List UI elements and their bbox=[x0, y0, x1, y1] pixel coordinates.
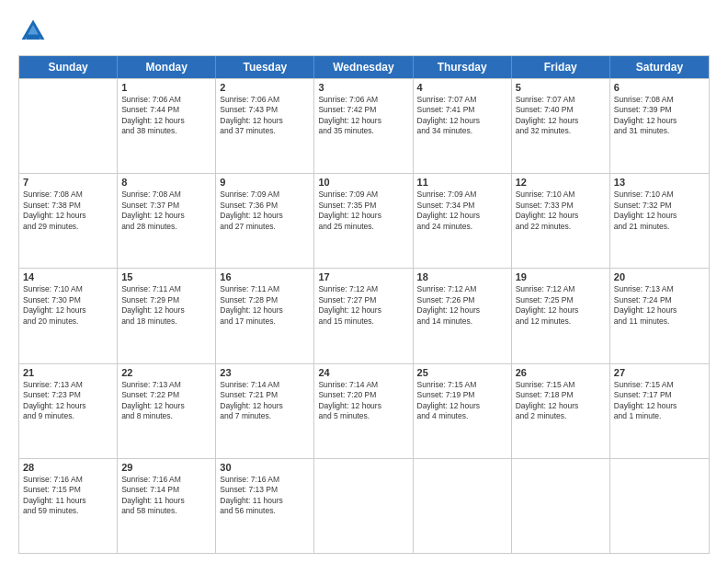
day-number: 30 bbox=[220, 462, 310, 473]
calendar-cell-2-6: 12Sunrise: 7:10 AM Sunset: 7:33 PM Dayli… bbox=[512, 174, 610, 268]
calendar-cell-5-3: 30Sunrise: 7:16 AM Sunset: 7:13 PM Dayli… bbox=[216, 459, 314, 553]
calendar-cell-3-7: 20Sunrise: 7:13 AM Sunset: 7:24 PM Dayli… bbox=[610, 269, 709, 362]
day-info: Sunrise: 7:13 AM Sunset: 7:22 PM Dayligh… bbox=[121, 380, 211, 422]
logo-icon bbox=[18, 17, 48, 46]
day-info: Sunrise: 7:10 AM Sunset: 7:30 PM Dayligh… bbox=[23, 284, 113, 327]
calendar-cell-3-6: 19Sunrise: 7:12 AM Sunset: 7:25 PM Dayli… bbox=[512, 269, 610, 362]
calendar-cell-3-3: 16Sunrise: 7:11 AM Sunset: 7:28 PM Dayli… bbox=[216, 269, 314, 362]
weekday-header-thursday: Thursday bbox=[414, 56, 512, 78]
logo bbox=[18, 17, 51, 46]
day-number: 4 bbox=[417, 82, 507, 93]
day-info: Sunrise: 7:15 AM Sunset: 7:18 PM Dayligh… bbox=[516, 380, 606, 422]
calendar-cell-3-1: 14Sunrise: 7:10 AM Sunset: 7:30 PM Dayli… bbox=[19, 269, 118, 362]
day-number: 19 bbox=[516, 271, 606, 282]
weekday-header-tuesday: Tuesday bbox=[216, 56, 314, 78]
calendar-cell-2-5: 11Sunrise: 7:09 AM Sunset: 7:34 PM Dayli… bbox=[414, 174, 512, 268]
day-info: Sunrise: 7:16 AM Sunset: 7:14 PM Dayligh… bbox=[121, 475, 211, 517]
day-number: 22 bbox=[121, 367, 211, 378]
day-info: Sunrise: 7:09 AM Sunset: 7:34 PM Dayligh… bbox=[417, 190, 507, 232]
day-info: Sunrise: 7:07 AM Sunset: 7:41 PM Dayligh… bbox=[417, 95, 507, 137]
calendar-cell-2-3: 9Sunrise: 7:09 AM Sunset: 7:36 PM Daylig… bbox=[216, 174, 314, 268]
calendar-week-2: 7Sunrise: 7:08 AM Sunset: 7:38 PM Daylig… bbox=[19, 173, 709, 268]
calendar-cell-3-4: 17Sunrise: 7:12 AM Sunset: 7:27 PM Dayli… bbox=[314, 269, 413, 362]
day-number: 7 bbox=[23, 177, 113, 188]
calendar-cell-2-1: 7Sunrise: 7:08 AM Sunset: 7:38 PM Daylig… bbox=[19, 174, 118, 268]
day-number: 9 bbox=[220, 177, 310, 188]
calendar-cell-3-5: 18Sunrise: 7:12 AM Sunset: 7:26 PM Dayli… bbox=[414, 269, 512, 362]
calendar-cell-4-5: 25Sunrise: 7:15 AM Sunset: 7:19 PM Dayli… bbox=[414, 364, 512, 458]
day-number: 17 bbox=[318, 271, 408, 282]
calendar-cell-5-5 bbox=[414, 459, 512, 553]
day-number: 24 bbox=[318, 367, 408, 378]
day-info: Sunrise: 7:11 AM Sunset: 7:29 PM Dayligh… bbox=[121, 284, 211, 327]
day-number: 21 bbox=[23, 367, 113, 378]
day-info: Sunrise: 7:12 AM Sunset: 7:27 PM Dayligh… bbox=[318, 284, 408, 327]
day-number: 11 bbox=[417, 177, 507, 188]
calendar-week-4: 21Sunrise: 7:13 AM Sunset: 7:23 PM Dayli… bbox=[19, 363, 709, 458]
weekday-header-monday: Monday bbox=[118, 56, 216, 78]
calendar-cell-4-4: 24Sunrise: 7:14 AM Sunset: 7:20 PM Dayli… bbox=[314, 364, 413, 458]
calendar-cell-1-5: 4Sunrise: 7:07 AM Sunset: 7:41 PM Daylig… bbox=[414, 79, 512, 173]
day-info: Sunrise: 7:06 AM Sunset: 7:44 PM Dayligh… bbox=[121, 95, 211, 137]
day-info: Sunrise: 7:14 AM Sunset: 7:20 PM Dayligh… bbox=[318, 380, 408, 422]
calendar-header: SundayMondayTuesdayWednesdayThursdayFrid… bbox=[19, 56, 709, 78]
day-info: Sunrise: 7:09 AM Sunset: 7:36 PM Dayligh… bbox=[220, 190, 310, 232]
header bbox=[18, 17, 710, 46]
weekday-header-sunday: Sunday bbox=[19, 56, 118, 78]
day-number: 12 bbox=[516, 177, 606, 188]
day-info: Sunrise: 7:13 AM Sunset: 7:24 PM Dayligh… bbox=[614, 284, 705, 327]
day-info: Sunrise: 7:10 AM Sunset: 7:33 PM Dayligh… bbox=[516, 190, 606, 232]
calendar-cell-4-1: 21Sunrise: 7:13 AM Sunset: 7:23 PM Dayli… bbox=[19, 364, 118, 458]
calendar-cell-4-3: 23Sunrise: 7:14 AM Sunset: 7:21 PM Dayli… bbox=[216, 364, 314, 458]
calendar-cell-1-7: 6Sunrise: 7:08 AM Sunset: 7:39 PM Daylig… bbox=[610, 79, 709, 173]
day-number: 28 bbox=[23, 462, 113, 473]
weekday-header-saturday: Saturday bbox=[610, 56, 709, 78]
calendar-cell-5-7 bbox=[610, 459, 709, 553]
day-number: 23 bbox=[220, 367, 310, 378]
calendar-cell-5-6 bbox=[512, 459, 610, 553]
calendar-cell-1-4: 3Sunrise: 7:06 AM Sunset: 7:42 PM Daylig… bbox=[314, 79, 413, 173]
weekday-header-friday: Friday bbox=[512, 56, 610, 78]
day-number: 18 bbox=[417, 271, 507, 282]
day-info: Sunrise: 7:12 AM Sunset: 7:25 PM Dayligh… bbox=[516, 284, 606, 327]
day-number: 13 bbox=[614, 177, 705, 188]
day-number: 29 bbox=[121, 462, 211, 473]
calendar-cell-2-7: 13Sunrise: 7:10 AM Sunset: 7:32 PM Dayli… bbox=[610, 174, 709, 268]
day-number: 2 bbox=[220, 82, 310, 93]
calendar-cell-3-2: 15Sunrise: 7:11 AM Sunset: 7:29 PM Dayli… bbox=[118, 269, 216, 362]
day-info: Sunrise: 7:10 AM Sunset: 7:32 PM Dayligh… bbox=[614, 190, 705, 232]
calendar-body: 1Sunrise: 7:06 AM Sunset: 7:44 PM Daylig… bbox=[19, 78, 709, 553]
day-number: 15 bbox=[121, 271, 211, 282]
day-info: Sunrise: 7:14 AM Sunset: 7:21 PM Dayligh… bbox=[220, 380, 310, 422]
day-info: Sunrise: 7:12 AM Sunset: 7:26 PM Dayligh… bbox=[417, 284, 507, 327]
day-number: 6 bbox=[614, 82, 705, 93]
day-number: 27 bbox=[614, 367, 705, 378]
day-number: 14 bbox=[23, 271, 113, 282]
calendar-week-3: 14Sunrise: 7:10 AM Sunset: 7:30 PM Dayli… bbox=[19, 268, 709, 362]
calendar-cell-2-4: 10Sunrise: 7:09 AM Sunset: 7:35 PM Dayli… bbox=[314, 174, 413, 268]
weekday-header-wednesday: Wednesday bbox=[314, 56, 413, 78]
day-info: Sunrise: 7:16 AM Sunset: 7:13 PM Dayligh… bbox=[220, 475, 310, 517]
calendar-week-5: 28Sunrise: 7:16 AM Sunset: 7:15 PM Dayli… bbox=[19, 458, 709, 553]
calendar-cell-1-2: 1Sunrise: 7:06 AM Sunset: 7:44 PM Daylig… bbox=[118, 79, 216, 173]
calendar: SundayMondayTuesdayWednesdayThursdayFrid… bbox=[18, 55, 710, 554]
day-info: Sunrise: 7:08 AM Sunset: 7:39 PM Dayligh… bbox=[614, 95, 705, 137]
calendar-cell-5-1: 28Sunrise: 7:16 AM Sunset: 7:15 PM Dayli… bbox=[19, 459, 118, 553]
page: SundayMondayTuesdayWednesdayThursdayFrid… bbox=[0, 0, 728, 563]
calendar-cell-4-2: 22Sunrise: 7:13 AM Sunset: 7:22 PM Dayli… bbox=[118, 364, 216, 458]
day-info: Sunrise: 7:16 AM Sunset: 7:15 PM Dayligh… bbox=[23, 475, 113, 517]
day-number: 26 bbox=[516, 367, 606, 378]
calendar-week-1: 1Sunrise: 7:06 AM Sunset: 7:44 PM Daylig… bbox=[19, 78, 709, 173]
day-info: Sunrise: 7:09 AM Sunset: 7:35 PM Dayligh… bbox=[318, 190, 408, 232]
day-number: 5 bbox=[516, 82, 606, 93]
calendar-cell-4-7: 27Sunrise: 7:15 AM Sunset: 7:17 PM Dayli… bbox=[610, 364, 709, 458]
day-info: Sunrise: 7:07 AM Sunset: 7:40 PM Dayligh… bbox=[516, 95, 606, 137]
day-info: Sunrise: 7:06 AM Sunset: 7:43 PM Dayligh… bbox=[220, 95, 310, 137]
day-info: Sunrise: 7:15 AM Sunset: 7:19 PM Dayligh… bbox=[417, 380, 507, 422]
calendar-cell-2-2: 8Sunrise: 7:08 AM Sunset: 7:37 PM Daylig… bbox=[118, 174, 216, 268]
svg-rect-2 bbox=[27, 35, 40, 40]
day-number: 20 bbox=[614, 271, 705, 282]
day-info: Sunrise: 7:13 AM Sunset: 7:23 PM Dayligh… bbox=[23, 380, 113, 422]
day-info: Sunrise: 7:08 AM Sunset: 7:38 PM Dayligh… bbox=[23, 190, 113, 232]
day-info: Sunrise: 7:06 AM Sunset: 7:42 PM Dayligh… bbox=[318, 95, 408, 137]
